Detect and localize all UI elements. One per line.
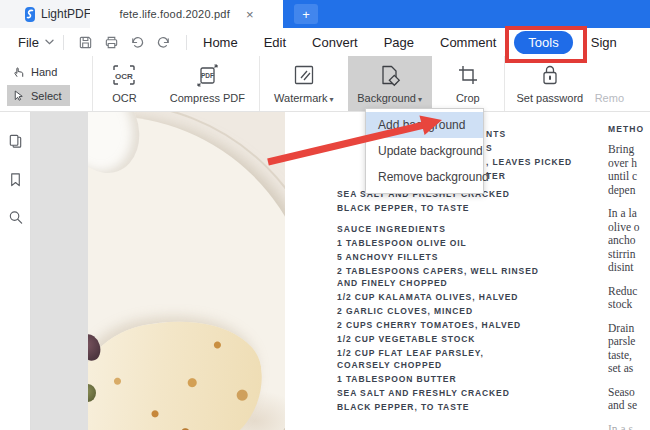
bookmark-icon[interactable]: [7, 171, 24, 188]
hand-icon: [12, 65, 25, 78]
method-line: stock: [608, 298, 650, 312]
menu-tab[interactable]: Comment: [427, 35, 509, 50]
chevron-down-icon: [45, 39, 54, 45]
ingredient-line: SEA SALT AND FRESHLY CRACKED: [337, 386, 597, 400]
ingredient-line: AND FINELY CHOPPED: [337, 276, 597, 290]
file-menu[interactable]: File: [18, 35, 54, 50]
hand-tool-button[interactable]: Hand: [7, 61, 70, 82]
file-menu-label: File: [18, 35, 39, 50]
document-tab[interactable]: fete.life.food.2020.pdf ×: [90, 0, 283, 28]
ingredient-line: 2 CUPS CHERRY TOMATOES, HALVED: [337, 318, 597, 332]
svg-text:PDF: PDF: [201, 72, 214, 79]
red-arrow-annotation: [240, 95, 455, 180]
app-name: LightPDF: [41, 7, 91, 21]
pages-icon[interactable]: [7, 133, 24, 150]
crop-label: Crop: [456, 92, 480, 104]
tab-close-icon[interactable]: ×: [246, 7, 254, 22]
method-line: Bring: [608, 143, 650, 157]
new-tab-button[interactable]: +: [294, 4, 318, 24]
document-tab-title: fete.life.food.2020.pdf: [120, 8, 230, 20]
method-line: over h: [608, 157, 650, 171]
workspace-background: [31, 112, 88, 430]
menu-tab[interactable]: Home: [190, 35, 251, 50]
pointer-mode-group: Hand Select: [0, 56, 92, 111]
select-tool-label: Select: [31, 90, 62, 102]
compress-pdf-label: Compress PDF: [170, 92, 245, 104]
method-line: disint: [608, 261, 650, 275]
tab-bar: LightPDF fete.life.food.2020.pdf × +: [0, 0, 650, 28]
svg-text:OCR: OCR: [116, 72, 134, 81]
cursor-icon: [12, 89, 25, 102]
method-line: ancho: [608, 234, 650, 248]
menu-tab[interactable]: Convert: [299, 35, 371, 50]
menu-tab[interactable]: Page: [371, 35, 427, 50]
left-sidebar: [0, 112, 31, 430]
select-tool-button[interactable]: Select: [7, 85, 70, 106]
method-line: until c: [608, 170, 650, 184]
ingredient-line: 1/2 CUP VEGETABLE STOCK: [337, 332, 597, 346]
ingredient-line: 2 GARLIC CLOVES, MINCED: [337, 304, 597, 318]
compress-pdf-icon: PDF: [194, 63, 220, 87]
print-icon[interactable]: [104, 34, 120, 50]
undo-icon[interactable]: [130, 34, 146, 50]
tools-highlight-rectangle: [505, 26, 587, 63]
watermark-icon: [292, 63, 316, 87]
ocr-button[interactable]: OCR OCR: [93, 56, 156, 111]
lightpdf-logo-icon: [25, 7, 35, 22]
remove-password-button-cut[interactable]: Remo: [595, 56, 650, 111]
divider: [63, 35, 64, 50]
method-line: Drain: [608, 322, 650, 336]
ingredient-line: 1 TABLESPOON BUTTER: [337, 372, 597, 386]
method-line: taste,: [608, 349, 650, 363]
ingredient-line: BLACK PEPPER, TO TASTE: [337, 201, 597, 215]
ingredient-line: BLACK PEPPER, TO TASTE: [337, 400, 597, 414]
hand-tool-label: Hand: [31, 66, 57, 78]
search-icon[interactable]: [7, 209, 24, 226]
ocr-icon: OCR: [111, 63, 137, 87]
method-line: olive o: [608, 221, 650, 235]
set-password-button[interactable]: Set password: [505, 56, 595, 111]
redo-icon[interactable]: [156, 34, 172, 50]
remove-password-label: Remo: [595, 92, 624, 104]
method-line: parsle: [608, 335, 650, 349]
method-line: set as: [608, 362, 650, 376]
method-line: and se: [608, 399, 650, 413]
ingredient-line: 1/2 CUP KALAMATA OLIVES, HALVED: [337, 290, 597, 304]
method-line: Seaso: [608, 386, 650, 400]
method-line: METHO: [608, 123, 650, 137]
lightpdf-window: { "tab_bar": { "app_name": "LightPDF", "…: [0, 0, 650, 430]
ingredient-line: 1 TABLESPOON OLIVE OIL: [337, 236, 597, 250]
ocr-label: OCR: [112, 92, 136, 104]
set-password-label: Set password: [517, 92, 584, 104]
method-line: stirrin: [608, 248, 650, 262]
method-line: In a la: [608, 207, 650, 221]
method-line: In a s: [608, 423, 650, 430]
background-icon: [377, 63, 403, 87]
method-column: METHOBringover huntil cdepenIn a laolive…: [608, 123, 650, 430]
ingredient-line: COARSELY CHOPPED: [337, 358, 597, 372]
lock-icon: [538, 63, 562, 87]
method-line: depen: [608, 184, 650, 198]
crop-icon: [456, 63, 480, 87]
ingredient-line: SAUCE INGREDIENTS: [337, 222, 597, 236]
divider: [186, 35, 187, 50]
save-icon[interactable]: [78, 34, 94, 50]
app-logo-segment: LightPDF: [0, 0, 90, 28]
method-line: Reduc: [608, 285, 650, 299]
ingredient-line: 5 ANCHOVY FILLETS: [337, 250, 597, 264]
menu-tab[interactable]: Edit: [251, 35, 299, 50]
